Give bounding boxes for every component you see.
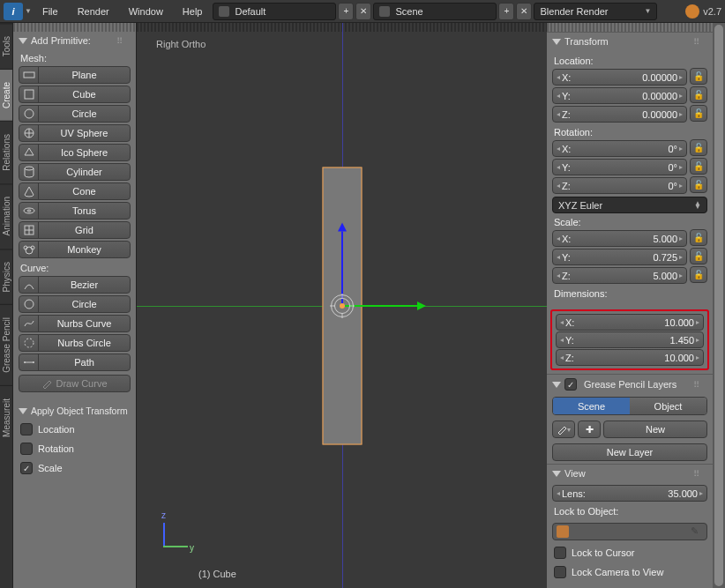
panel-grip[interactable] (13, 23, 136, 32)
curve-section-label: Curve: (13, 259, 136, 275)
npanel-grip[interactable] (547, 23, 713, 32)
version-label: v2.7 (703, 6, 721, 17)
add-primitive-label: Add Primitive: (31, 35, 91, 46)
dimension-z-field[interactable]: ◂Z:10.000▸ (556, 349, 704, 366)
tool-bezier[interactable]: Bezier (19, 276, 131, 294)
vtab-animation[interactable]: Animation (0, 183, 12, 248)
tool-cylinder[interactable]: Cylinder (19, 163, 131, 181)
vtab-relations[interactable]: Relations (0, 121, 12, 183)
operator-header[interactable]: Apply Object Transform (13, 402, 136, 420)
toolshelf-panel: Add Primitive: ⠿ Mesh: Plane Cube Circle… (13, 23, 137, 588)
scale-x-field[interactable]: ◂X:5.000▸ (552, 230, 687, 247)
tool-circle[interactable]: Circle (19, 105, 131, 123)
3d-cursor-icon (331, 294, 354, 317)
vtab-physics[interactable]: Physics (0, 249, 12, 304)
scale-z-field[interactable]: ◂Z:5.000▸ (552, 267, 687, 284)
menu-help[interactable]: Help (174, 3, 212, 20)
menu-render[interactable]: Render (69, 3, 118, 20)
lock-object-field[interactable]: ✎ (552, 523, 707, 540)
scene-icon (379, 6, 390, 17)
info-dropdown-icon[interactable]: ▼ (25, 7, 32, 15)
lock-cursor-check[interactable]: Lock to Cursor (547, 543, 713, 562)
draw-curve-label: Draw Curve (56, 378, 107, 389)
grease-object-button[interactable]: Object (630, 398, 706, 414)
grease-new-layer-button[interactable]: New Layer (552, 443, 707, 461)
apply-rotation-check[interactable]: Rotation (13, 439, 136, 458)
tool-nurbs-circle[interactable]: Nurbs Circle (19, 334, 131, 352)
tool-curve-circle[interactable]: Circle (19, 295, 131, 313)
tool-icosphere[interactable]: Ico Sphere (19, 144, 131, 161)
location-y-field[interactable]: ◂Y:0.00000▸ (552, 87, 687, 104)
location-x-field[interactable]: ◂X:0.00000▸ (552, 69, 687, 86)
lock-rotation-x[interactable]: 🔓 (690, 139, 707, 156)
scene-remove-button[interactable]: ✕ (516, 3, 532, 20)
layout-add-button[interactable]: + (338, 3, 354, 20)
tool-cone[interactable]: Cone (19, 182, 131, 200)
scrollbar-thumb[interactable] (714, 25, 723, 586)
apply-rotation-label: Rotation (38, 443, 74, 454)
engine-dropdown[interactable]: Blender Render ▼ (534, 3, 657, 20)
transform-header[interactable]: Transform ⠿ (547, 32, 713, 50)
dimension-x-field[interactable]: ◂X:10.000▸ (556, 314, 704, 331)
lock-camera-check[interactable]: Lock Camera to View (547, 562, 713, 582)
tool-monkey[interactable]: Monkey (19, 241, 131, 258)
lock-location-y[interactable]: 🔓 (690, 86, 707, 103)
tool-draw-curve[interactable]: Draw Curve (19, 375, 131, 392)
menu-file[interactable]: File (34, 3, 67, 20)
lens-field[interactable]: ◂Lens:35.000▸ (552, 485, 707, 502)
grease-check-icon[interactable]: ✓ (564, 378, 577, 391)
tool-nurbs-curve[interactable]: Nurbs Curve (19, 315, 131, 332)
properties-n-panel: Transform ⠿ Location: ◂X:0.00000▸🔓 ◂Y:0.… (547, 23, 713, 588)
eyedropper-icon[interactable]: ✎ (691, 525, 703, 538)
svg-rect-0 (24, 72, 34, 78)
scene-dropdown[interactable]: Scene (373, 3, 497, 20)
scene-add-button[interactable]: + (498, 3, 514, 20)
scale-y-field[interactable]: ◂Y:0.725▸ (552, 249, 687, 265)
grease-scene-button[interactable]: Scene (553, 398, 630, 414)
tool-cube[interactable]: Cube (19, 86, 131, 103)
dimensions-label: Dimensions: (552, 285, 707, 301)
lock-location-z[interactable]: 🔓 (690, 105, 707, 122)
grease-add-button[interactable]: ✚ (578, 421, 601, 438)
vtab-measureit[interactable]: Measureit (0, 385, 12, 450)
grease-header[interactable]: ✓ Grease Pencil Layers ⠿ (547, 374, 713, 394)
rotation-x-field[interactable]: ◂X:0°▸ (552, 140, 687, 157)
layout-remove-button[interactable]: ✕ (355, 3, 371, 20)
mesh-section-label: Mesh: (13, 49, 136, 65)
lock-cursor-label: Lock to Cursor (572, 547, 635, 558)
rotation-z-field[interactable]: ◂Z:0°▸ (552, 177, 687, 194)
svg-point-10 (24, 208, 34, 213)
tool-path[interactable]: Path (19, 354, 131, 371)
vtab-create[interactable]: Create (0, 69, 12, 121)
dimension-y-field[interactable]: ◂Y:1.450▸ (556, 331, 704, 348)
3d-viewport[interactable]: Right Ortho z y (1) Cube (137, 23, 547, 588)
grease-new-button[interactable]: New (603, 421, 707, 438)
path-icon (19, 354, 39, 370)
info-editor-button[interactable]: i (4, 3, 23, 20)
tool-uvsphere[interactable]: UV Sphere (19, 124, 131, 142)
lock-location-x[interactable]: 🔓 (690, 68, 707, 85)
tool-torus[interactable]: Torus (19, 202, 131, 220)
lock-rotation-z[interactable]: 🔓 (690, 176, 707, 193)
vtab-grease-pencil[interactable]: Grease Pencil (0, 304, 12, 385)
rotation-y-field[interactable]: ◂Y:0°▸ (552, 159, 687, 175)
rotation-mode-dropdown[interactable]: XYZ Euler▲▼ (552, 197, 707, 213)
apply-location-check[interactable]: Location (13, 420, 136, 439)
lock-scale-y[interactable]: 🔓 (690, 248, 707, 264)
menu-window[interactable]: Window (120, 3, 172, 20)
add-primitive-header[interactable]: Add Primitive: ⠿ (13, 32, 136, 49)
grease-palette-button[interactable]: ▾ (552, 421, 575, 438)
tool-plane[interactable]: Plane (19, 66, 131, 84)
lock-scale-x[interactable]: 🔓 (690, 229, 707, 246)
screen-layout-dropdown[interactable]: Default (213, 3, 336, 20)
lock-scale-z[interactable]: 🔓 (690, 266, 707, 283)
npanel-scrollbar[interactable] (713, 23, 725, 588)
tool-grid[interactable]: Grid (19, 221, 131, 239)
location-z-field[interactable]: ◂Z:0.00000▸ (552, 106, 687, 123)
vtab-tools[interactable]: Tools (0, 23, 12, 69)
apply-scale-check[interactable]: Scale (13, 458, 136, 478)
curve-circle-icon (19, 296, 39, 312)
object-cube-icon (557, 525, 569, 538)
lock-rotation-y[interactable]: 🔓 (690, 158, 707, 175)
view-header[interactable]: View ⠿ (547, 464, 713, 482)
